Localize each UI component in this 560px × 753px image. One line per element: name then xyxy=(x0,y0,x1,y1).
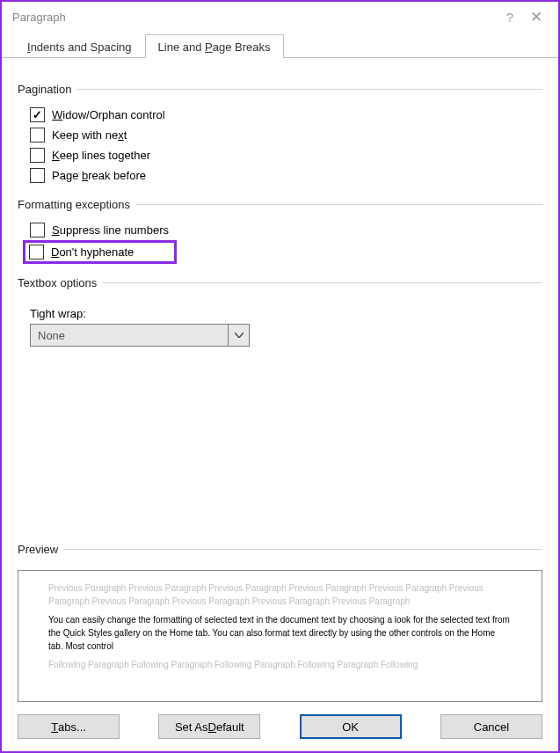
section-pagination-label: Pagination xyxy=(18,83,71,96)
checkbox-label: Keep lines together xyxy=(52,149,150,162)
preview-previous-text: Previous Paragraph Previous Paragraph Pr… xyxy=(48,581,512,608)
checkbox-keep-with-next[interactable]: Keep with next xyxy=(30,128,542,143)
chevron-down-icon[interactable] xyxy=(229,324,250,347)
section-preview: Preview xyxy=(18,543,542,556)
preview-box: Previous Paragraph Previous Paragraph Pr… xyxy=(18,570,542,702)
tight-wrap-value: None xyxy=(30,324,229,347)
divider xyxy=(76,89,542,90)
preview-sample-text: You can easily change the formatting of … xyxy=(48,613,512,653)
checkbox-icon xyxy=(30,107,45,122)
checkbox-page-break-before[interactable]: Page break before xyxy=(30,168,542,183)
tab-line-page-breaks[interactable]: Line and Page Breaks xyxy=(145,34,284,58)
checkbox-icon xyxy=(29,245,44,260)
dialog-title: Paragraph xyxy=(12,11,497,24)
tabs-button[interactable]: Tabs... xyxy=(18,714,120,739)
section-textbox-options: Textbox options xyxy=(18,276,542,289)
checkbox-dont-hyphenate[interactable]: Don't hyphenate xyxy=(29,245,134,260)
checkbox-label: Keep with next xyxy=(52,128,127,142)
tab-indents-spacing[interactable]: Indents and Spacing xyxy=(14,34,145,58)
checkbox-suppress-line-numbers[interactable]: Suppress line numbers xyxy=(30,223,542,238)
section-textbox-label: Textbox options xyxy=(18,276,97,289)
section-pagination: Pagination xyxy=(18,83,542,96)
set-as-default-button[interactable]: Set As Default xyxy=(158,714,260,739)
tight-wrap-label: Tight wrap: xyxy=(30,307,542,320)
dialog-content: Pagination Widow/Orphan control Keep wit… xyxy=(2,58,558,702)
ok-button[interactable]: OK xyxy=(300,714,402,739)
checkbox-icon xyxy=(30,148,45,163)
close-icon[interactable]: ✕ xyxy=(523,8,549,26)
checkbox-widow-orphan[interactable]: Widow/Orphan control xyxy=(30,107,542,122)
highlight-dont-hyphenate: Don't hyphenate xyxy=(18,240,542,264)
section-formatting-exceptions: Formatting exceptions xyxy=(18,198,542,211)
tab-strip: Indents and Spacing Line and Page Breaks xyxy=(2,32,558,58)
checkbox-keep-lines-together[interactable]: Keep lines together xyxy=(30,148,542,163)
titlebar: Paragraph ? ✕ xyxy=(2,2,558,32)
paragraph-dialog: Paragraph ? ✕ Indents and Spacing Line a… xyxy=(0,0,560,753)
checkbox-label: Don't hyphenate xyxy=(51,245,134,259)
cancel-button[interactable]: Cancel xyxy=(440,714,542,739)
checkbox-label: Suppress line numbers xyxy=(52,223,169,237)
divider xyxy=(135,204,542,205)
checkbox-label: Widow/Orphan control xyxy=(52,108,165,121)
preview-following-text: Following Paragraph Following Paragraph … xyxy=(48,658,512,671)
dialog-buttons: Tabs... Set As Default OK Cancel xyxy=(2,702,558,751)
checkbox-icon xyxy=(30,168,45,183)
divider xyxy=(63,549,542,550)
divider xyxy=(102,282,542,283)
tight-wrap-select[interactable]: None xyxy=(30,324,542,347)
checkbox-label: Page break before xyxy=(52,169,146,182)
checkbox-icon xyxy=(30,128,45,143)
section-formatting-label: Formatting exceptions xyxy=(18,198,130,211)
checkbox-icon xyxy=(30,223,45,238)
section-preview-label: Preview xyxy=(18,543,58,556)
help-icon[interactable]: ? xyxy=(497,10,523,25)
